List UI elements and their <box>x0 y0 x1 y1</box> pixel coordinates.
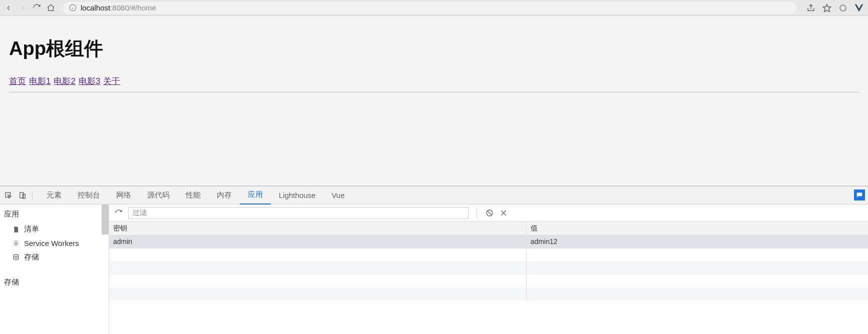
svg-point-9 <box>14 254 18 256</box>
reload-icon[interactable] <box>32 4 41 12</box>
divider <box>9 92 859 92</box>
nav-link-movie2[interactable]: 电影2 <box>54 76 75 87</box>
table-row-empty <box>109 274 868 288</box>
sidebar-section-application: 应用 <box>0 204 109 222</box>
storage-toolbar: 过滤 <box>109 204 868 222</box>
svg-point-4 <box>840 5 846 11</box>
cell-value: admin12 <box>527 236 868 248</box>
address-bar[interactable]: localhost:8080/#/home <box>63 2 797 14</box>
svg-rect-6 <box>20 192 24 198</box>
sidebar-item-storage[interactable]: 存储 <box>0 250 109 264</box>
nav-link-movie3[interactable]: 电影3 <box>79 76 100 87</box>
device-toggle-icon[interactable] <box>18 191 27 200</box>
delete-icon[interactable] <box>499 208 508 218</box>
database-icon <box>12 254 20 262</box>
url-port: :8080 <box>110 4 129 12</box>
devtools-main: 过滤 密钥 值 admin admin12 <box>109 204 868 334</box>
devtools-tabs: 元素 控制台 网络 源代码 性能 内存 应用 Lighthouse Vue <box>0 186 868 204</box>
toolbar-right <box>806 3 864 13</box>
gear-icon <box>12 240 20 248</box>
tab-network[interactable]: 网络 <box>108 186 139 204</box>
storage-table: 密钥 值 admin admin12 <box>109 222 868 334</box>
svg-marker-3 <box>823 4 831 12</box>
table-row[interactable]: admin admin12 <box>109 236 868 248</box>
tab-elements[interactable]: 元素 <box>39 186 70 204</box>
refresh-icon[interactable] <box>114 208 123 218</box>
sidebar-item-service-workers[interactable]: Service Workers <box>0 236 109 250</box>
bookmark-star-icon[interactable] <box>822 3 832 13</box>
tab-performance[interactable]: 性能 <box>178 186 209 204</box>
sidebar-section-storage: 存储 <box>0 272 109 290</box>
nav-link-home[interactable]: 首页 <box>9 76 26 87</box>
nav-link-movie1[interactable]: 电影1 <box>29 76 51 87</box>
sidebar-item-manifest[interactable]: 清单 <box>0 222 109 236</box>
filter-input[interactable]: 过滤 <box>128 207 469 219</box>
back-icon[interactable] <box>4 4 13 12</box>
tab-memory[interactable]: 内存 <box>209 186 240 204</box>
table-row-empty <box>109 262 868 274</box>
cell-key: admin <box>109 236 527 248</box>
page-viewport: App根组件 首页 电影1 电影2 电影3 关于 <box>0 16 868 186</box>
page-title: App根组件 <box>9 36 859 62</box>
tab-lighthouse[interactable]: Lighthouse <box>271 186 323 204</box>
browser-toolbar: localhost:8080/#/home <box>0 0 868 16</box>
scrollbar-thumb[interactable] <box>102 204 109 234</box>
info-icon <box>69 4 77 12</box>
messages-icon[interactable] <box>854 190 865 200</box>
document-icon <box>12 226 20 234</box>
column-header-value[interactable]: 值 <box>527 222 868 235</box>
filter-placeholder: 过滤 <box>133 208 147 218</box>
nav-links: 首页 电影1 电影2 电影3 关于 <box>9 76 859 87</box>
vue-icon[interactable] <box>854 3 864 13</box>
forward-icon[interactable] <box>18 4 27 12</box>
home-icon[interactable] <box>46 4 55 12</box>
sidebar-item-label: Service Workers <box>24 239 79 248</box>
circle-icon[interactable] <box>838 3 848 13</box>
tab-console[interactable]: 控制台 <box>70 186 108 204</box>
table-row-empty <box>109 248 868 262</box>
separator <box>477 208 477 218</box>
tab-application[interactable]: 应用 <box>240 186 271 204</box>
share-icon[interactable] <box>806 3 816 13</box>
sidebar-item-label: 清单 <box>24 224 39 234</box>
clear-all-icon[interactable] <box>485 208 494 218</box>
svg-point-8 <box>15 242 17 244</box>
table-header: 密钥 值 <box>109 222 868 236</box>
devtools-body: 应用 清单 Service Workers 存储 存储 <box>0 204 868 334</box>
inspect-element-icon[interactable] <box>4 191 13 200</box>
svg-line-11 <box>488 211 492 215</box>
nav-link-about[interactable]: 关于 <box>103 76 120 87</box>
column-header-key[interactable]: 密钥 <box>109 222 527 235</box>
devtools-panel: 元素 控制台 网络 源代码 性能 内存 应用 Lighthouse Vue 应用… <box>0 186 868 334</box>
table-row-empty <box>109 288 868 300</box>
url-host: localhost <box>81 4 110 12</box>
tab-sources[interactable]: 源代码 <box>139 186 178 204</box>
url-path: /#/home <box>129 4 156 12</box>
devtools-sidebar: 应用 清单 Service Workers 存储 存储 <box>0 204 109 334</box>
sidebar-item-label: 存储 <box>24 252 39 262</box>
tab-vue[interactable]: Vue <box>323 186 352 204</box>
